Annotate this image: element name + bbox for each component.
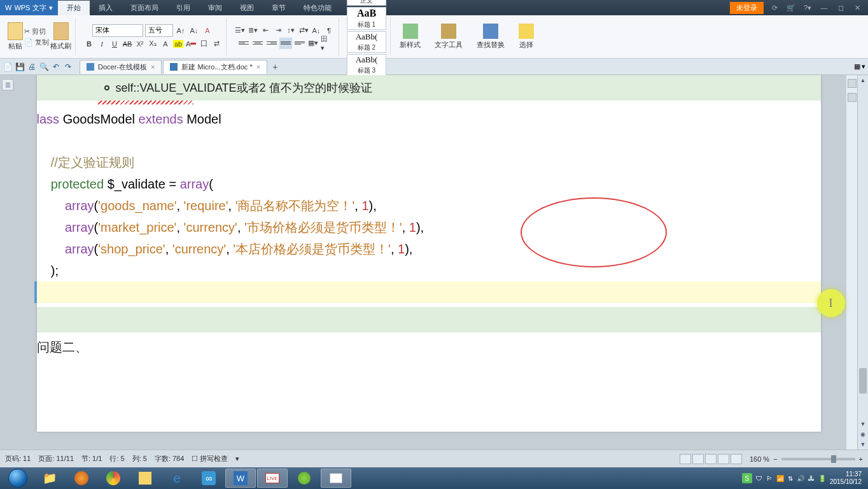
status-words[interactable]: 字数: 784	[155, 454, 184, 464]
tray-ime-icon[interactable]: S	[742, 473, 752, 483]
borders-button[interactable]: 田▾	[320, 38, 332, 49]
text-tools-button[interactable]: 文字工具	[430, 21, 468, 52]
tray-flag-icon[interactable]: 🏳	[766, 475, 773, 482]
zoom-value[interactable]: 160 %	[750, 455, 769, 463]
scroll-thumb[interactable]	[859, 368, 867, 393]
cloud-button[interactable]: ∞	[193, 469, 224, 488]
preview-button[interactable]: 🔍	[39, 62, 49, 72]
close-icon[interactable]: ×	[256, 63, 260, 71]
strike-button[interactable]: AB	[122, 38, 133, 50]
status-section[interactable]: 节: 1/1	[81, 454, 102, 464]
tray-usb-icon[interactable]: ⇅	[788, 475, 793, 482]
style-h3[interactable]: AaBb(标题 3	[347, 54, 386, 76]
nav-button[interactable]: ☰	[2, 79, 13, 90]
rp-btn-1[interactable]	[848, 79, 857, 88]
view-read-button[interactable]	[692, 454, 704, 464]
login-button[interactable]: 未登录	[730, 2, 764, 14]
chrome-button[interactable]	[98, 469, 129, 488]
app-logo[interactable]: W WPS 文字 ▾	[0, 0, 58, 15]
add-tab-button[interactable]: +	[269, 62, 281, 72]
notes-button[interactable]	[130, 469, 160, 488]
start-button[interactable]	[3, 469, 33, 488]
status-col[interactable]: 列: 5	[132, 454, 147, 464]
print-button[interactable]: 🖨	[27, 62, 37, 72]
tab-chapter[interactable]: 章节	[263, 1, 295, 15]
zoom-out-button[interactable]: −	[773, 455, 777, 463]
find-replace-button[interactable]: 查找替换	[472, 21, 510, 52]
new-style-button[interactable]: 新样式	[395, 21, 426, 52]
bold-button[interactable]: B	[83, 38, 95, 50]
redo-button[interactable]: ↷	[63, 62, 73, 72]
live-button[interactable]: LIVE	[257, 469, 288, 488]
new-doc-button[interactable]: 📄	[3, 62, 13, 72]
next-page-button[interactable]: ▼	[858, 439, 868, 450]
shrink-font-button[interactable]: A↓	[188, 25, 200, 36]
close-icon[interactable]: ×	[151, 63, 155, 71]
help-icon[interactable]: ?▾	[802, 4, 813, 12]
doc-tab-active[interactable]: 新建 Micro...文档.doc * ×	[163, 60, 267, 74]
doctab-menu-button[interactable]: ▦	[854, 62, 860, 71]
wps-taskbar-button[interactable]: W	[225, 469, 256, 488]
maximize-icon[interactable]: ◻	[835, 4, 846, 12]
tray-vol-icon[interactable]: 🔊	[797, 475, 804, 482]
tray-shield-icon[interactable]: 🛡	[756, 475, 762, 482]
subscript-button[interactable]: X₂	[147, 38, 158, 50]
indent-inc-button[interactable]: ⇥	[272, 25, 284, 36]
font-size-select[interactable]	[145, 24, 173, 37]
firefox-button[interactable]	[66, 469, 97, 488]
status-spell[interactable]: ☐ 拼写检查	[192, 454, 228, 464]
italic-button[interactable]: I	[96, 38, 108, 50]
zoom-slider[interactable]	[781, 458, 855, 460]
style-h2[interactable]: AaBb(标题 2	[347, 31, 386, 53]
highlight-button[interactable]: ab	[172, 38, 184, 50]
linespace-button[interactable]: ↕▾	[285, 25, 297, 36]
tray-net-icon[interactable]: 📶	[776, 475, 784, 482]
tray-battery-icon[interactable]: 🔋	[818, 475, 826, 482]
tab-button[interactable]: ⇄▾	[298, 25, 309, 36]
underline-button[interactable]: U	[109, 38, 120, 50]
select-button[interactable]: 选择	[514, 21, 539, 52]
rp-btn-2[interactable]	[848, 93, 857, 102]
ie-button[interactable]: e	[162, 469, 192, 488]
app-window-button[interactable]	[321, 469, 351, 488]
close-icon[interactable]: ✕	[851, 4, 863, 12]
tab-view[interactable]: 视图	[231, 1, 263, 15]
tab-layout[interactable]: 页面布局	[122, 1, 167, 15]
view-print-button[interactable]	[680, 454, 691, 464]
zoom-in-button[interactable]: +	[859, 455, 863, 463]
scroll-down-button[interactable]: ▼	[858, 419, 868, 429]
status-extra[interactable]: ▾	[235, 455, 239, 463]
tab-special[interactable]: 特色功能	[295, 1, 340, 15]
status-page[interactable]: 页码: 11	[5, 454, 31, 464]
indent-dec-button[interactable]: ⇤	[260, 25, 271, 36]
align-justify-button[interactable]	[279, 38, 292, 49]
undo-button[interactable]: ↶	[51, 62, 61, 72]
scroll-up-button[interactable]: ▲	[858, 75, 868, 85]
save-button[interactable]: 💾	[15, 62, 25, 72]
copy-button[interactable]: 📄复制	[24, 38, 49, 47]
superscript-button[interactable]: X²	[134, 38, 146, 50]
font-color-button[interactable]: A	[185, 38, 197, 50]
format-brush-button[interactable]: 格式刷	[50, 22, 71, 51]
cart-icon[interactable]: 🛒	[785, 4, 797, 12]
document-page[interactable]: self::VALUE_VALIDATE或者2 值不为空的时候验证 lass G…	[37, 75, 821, 432]
view-outline-button[interactable]	[718, 454, 729, 464]
align-right-button[interactable]	[265, 38, 278, 49]
doc-tab-docer[interactable]: Docer-在线模板 ×	[80, 60, 162, 74]
green-app-button[interactable]	[289, 469, 319, 488]
font-name-select[interactable]	[92, 24, 143, 37]
shading-button[interactable]: ▦▾	[307, 38, 319, 49]
clear-format-button[interactable]: A	[202, 25, 213, 36]
prev-page-button[interactable]: ◉	[858, 429, 868, 439]
tab-home[interactable]: 开始	[58, 1, 90, 15]
text-effect-button[interactable]: A	[160, 38, 171, 50]
tray-net2-icon[interactable]: 🖧	[808, 475, 815, 482]
sync-icon[interactable]: ⟳	[769, 4, 780, 12]
cut-button[interactable]: ✂剪切	[24, 27, 49, 36]
tab-insert[interactable]: 插入	[90, 1, 122, 15]
view-web-button[interactable]	[705, 454, 717, 464]
align-left-button[interactable]	[237, 38, 250, 49]
doctab-list-button[interactable]: ▾	[862, 62, 865, 71]
grow-font-button[interactable]: A↑	[175, 25, 186, 36]
view-draft-button[interactable]	[731, 454, 742, 464]
